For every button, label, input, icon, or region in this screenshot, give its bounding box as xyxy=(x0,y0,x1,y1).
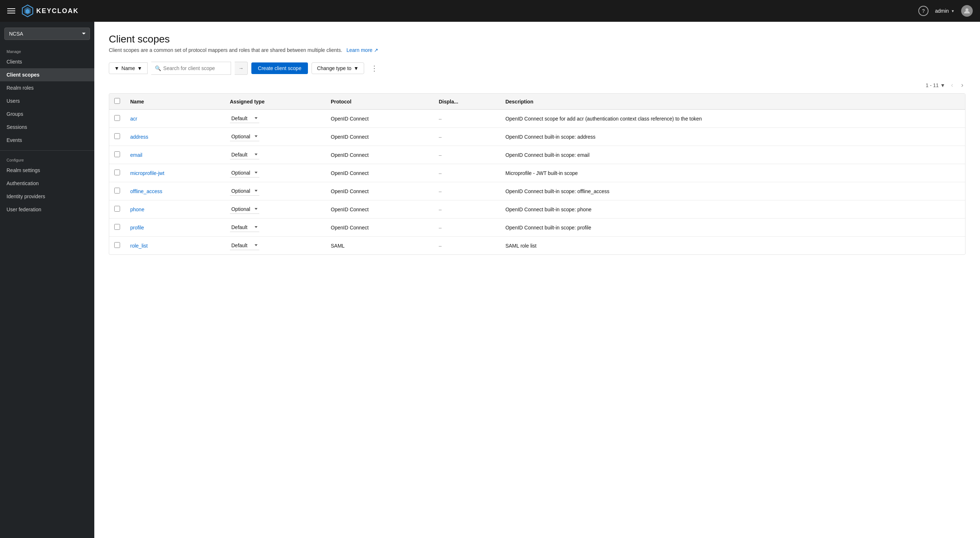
realm-select[interactable]: NCSA xyxy=(4,27,90,40)
row-type-select[interactable]: Default Optional None xyxy=(230,205,259,214)
pagination-prev-button[interactable]: ‹ xyxy=(949,81,955,90)
sidebar-item-identity-providers[interactable]: Identity providers xyxy=(0,190,94,203)
row-checkbox[interactable] xyxy=(114,152,120,157)
row-name-link[interactable]: email xyxy=(130,152,142,158)
row-checkbox[interactable] xyxy=(114,133,120,139)
logo: KEYCLOAK xyxy=(21,4,79,18)
row-protocol: OpenID Connect xyxy=(326,110,434,128)
sidebar-item-user-federation[interactable]: User federation xyxy=(0,203,94,216)
row-name: offline_access xyxy=(125,182,225,200)
row-checkbox[interactable] xyxy=(114,224,120,230)
page-description: Client scopes are a common set of protoc… xyxy=(109,47,966,53)
row-description: OpenID Connect built-in scope: email xyxy=(500,146,965,164)
row-name-link[interactable]: offline_access xyxy=(130,188,162,194)
realm-selector[interactable]: NCSA xyxy=(4,27,90,40)
row-type-select[interactable]: Default Optional None xyxy=(230,150,259,160)
row-type-select[interactable]: Default Optional None xyxy=(230,114,259,123)
table-row: phone Default Optional None OpenID Conne… xyxy=(109,200,965,219)
row-checkbox-cell xyxy=(109,146,125,164)
sidebar-item-sessions[interactable]: Sessions xyxy=(0,121,94,134)
row-name: role_list xyxy=(125,237,225,255)
row-description: OpenID Connect built-in scope: offline_a… xyxy=(500,182,965,200)
topnav-right: ? admin ▼ xyxy=(918,5,973,17)
row-checkbox[interactable] xyxy=(114,206,120,212)
filter-button[interactable]: ▼ Name ▼ xyxy=(109,62,148,74)
change-type-button[interactable]: Change type to ▼ xyxy=(312,62,364,74)
row-assigned-type: Default Optional None xyxy=(225,146,326,164)
avatar[interactable] xyxy=(961,5,973,17)
hamburger-button[interactable] xyxy=(7,8,15,13)
avatar-icon xyxy=(964,8,970,14)
row-type-select[interactable]: Default Optional None xyxy=(230,223,259,232)
sidebar-item-realm-settings[interactable]: Realm settings xyxy=(0,164,94,177)
learn-more-link[interactable]: Learn more ↗ xyxy=(345,47,378,53)
sidebar-item-authentication[interactable]: Authentication xyxy=(0,177,94,190)
row-type-select[interactable]: Default Optional None xyxy=(230,168,259,177)
sidebar-item-client-scopes[interactable]: Client scopes xyxy=(0,68,94,81)
row-checkbox[interactable] xyxy=(114,115,120,121)
row-name-link[interactable]: microprofile-jwt xyxy=(130,170,164,176)
row-checkbox-cell xyxy=(109,182,125,200)
pagination-row: 1 - 11 ▼ ‹ › xyxy=(109,81,966,90)
sidebar-item-clients[interactable]: Clients xyxy=(0,55,94,68)
row-description: Microprofile - JWT built-in scope xyxy=(500,164,965,182)
row-name-link[interactable]: role_list xyxy=(130,243,148,249)
table-row: microprofile-jwt Default Optional None O… xyxy=(109,164,965,182)
search-submit-button[interactable]: → xyxy=(235,62,248,75)
topnav: KEYCLOAK ? admin ▼ xyxy=(0,0,980,22)
kebab-menu-button[interactable]: ⋮ xyxy=(368,62,381,74)
sidebar: NCSA Manage Clients Client scopes Realm … xyxy=(0,22,94,538)
row-checkbox[interactable] xyxy=(114,242,120,248)
row-name: phone xyxy=(125,200,225,219)
user-menu[interactable]: admin ▼ xyxy=(935,8,955,14)
row-type-select[interactable]: Default Optional None xyxy=(230,132,259,141)
row-type-select[interactable]: Default Optional None xyxy=(230,241,259,250)
select-all-checkbox[interactable] xyxy=(114,98,120,104)
table-header-row: Name Assigned type Protocol Displa... De… xyxy=(109,94,965,110)
svg-point-3 xyxy=(966,8,968,11)
row-description: OpenID Connect built-in scope: profile xyxy=(500,219,965,237)
row-assigned-type: Default Optional None xyxy=(225,200,326,219)
row-assigned-type: Default Optional None xyxy=(225,219,326,237)
row-display: – xyxy=(434,219,501,237)
table-row: address Default Optional None OpenID Con… xyxy=(109,128,965,146)
user-dropdown-arrow: ▼ xyxy=(951,9,955,13)
layout: NCSA Manage Clients Client scopes Realm … xyxy=(0,22,980,538)
col-name: Name xyxy=(125,94,225,110)
row-name-link[interactable]: profile xyxy=(130,225,144,230)
row-display: – xyxy=(434,164,501,182)
page-title: Client scopes xyxy=(109,34,966,45)
sidebar-item-users[interactable]: Users xyxy=(0,94,94,107)
col-protocol: Protocol xyxy=(326,94,434,110)
row-checkbox-cell xyxy=(109,237,125,255)
search-input[interactable] xyxy=(163,65,227,71)
sidebar-item-realm-roles[interactable]: Realm roles xyxy=(0,81,94,94)
row-checkbox[interactable] xyxy=(114,188,120,193)
pagination-range[interactable]: 1 - 11 ▼ xyxy=(926,82,945,88)
change-type-label: Change type to xyxy=(317,65,352,71)
table-row: offline_access Default Optional None Ope… xyxy=(109,182,965,200)
sidebar-item-groups[interactable]: Groups xyxy=(0,107,94,121)
sidebar-item-events[interactable]: Events xyxy=(0,134,94,147)
row-description: OpenID Connect built-in scope: address xyxy=(500,128,965,146)
row-assigned-type: Default Optional None xyxy=(225,237,326,255)
row-name-link[interactable]: acr xyxy=(130,116,137,121)
row-assigned-type: Default Optional None xyxy=(225,110,326,128)
table-row: role_list Default Optional None SAML – S… xyxy=(109,237,965,255)
pagination-range-arrow: ▼ xyxy=(940,82,945,88)
row-checkbox[interactable] xyxy=(114,169,120,176)
create-client-scope-button[interactable]: Create client scope xyxy=(251,62,308,74)
help-button[interactable]: ? xyxy=(918,6,929,16)
pagination-next-button[interactable]: › xyxy=(959,81,966,90)
filter-label: Name xyxy=(121,65,135,71)
row-protocol: OpenID Connect xyxy=(326,200,434,219)
row-protocol: SAML xyxy=(326,237,434,255)
table-row: profile Default Optional None OpenID Con… xyxy=(109,219,965,237)
row-type-select[interactable]: Default Optional None xyxy=(230,187,259,196)
main-content: Client scopes Client scopes are a common… xyxy=(94,22,980,538)
row-description: OpenID Connect built-in scope: phone xyxy=(500,200,965,219)
row-checkbox-cell xyxy=(109,110,125,128)
row-name-link[interactable]: address xyxy=(130,134,148,140)
row-name-link[interactable]: phone xyxy=(130,207,144,212)
row-assigned-type: Default Optional None xyxy=(225,182,326,200)
